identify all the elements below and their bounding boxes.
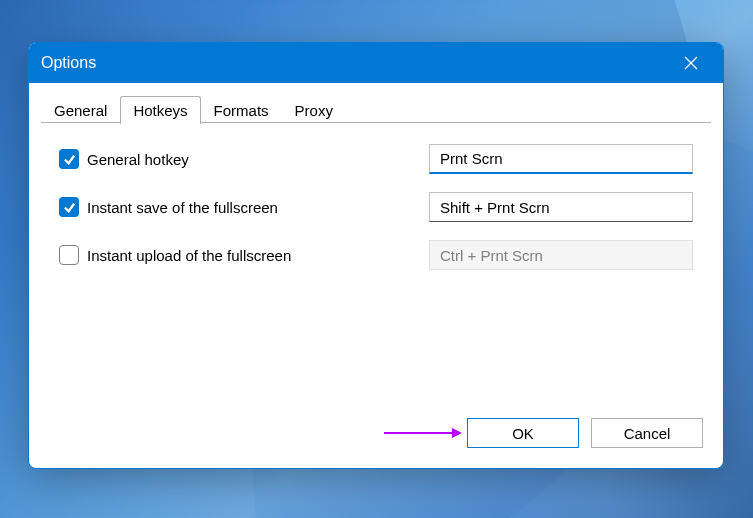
tab-proxy[interactable]: Proxy: [282, 96, 346, 124]
ok-button[interactable]: OK: [467, 418, 579, 448]
options-dialog: Options General Hotkeys Formats Proxy Ge…: [28, 42, 724, 469]
tab-strip: General Hotkeys Formats Proxy: [29, 83, 723, 123]
dialog-footer: OK Cancel: [29, 406, 723, 468]
hotkey-row: Instant save of the fullscreen: [59, 192, 693, 222]
tab-formats[interactable]: Formats: [201, 96, 282, 124]
titlebar[interactable]: Options: [29, 43, 723, 83]
hotkey-input-save[interactable]: [429, 192, 693, 222]
hotkey-row: General hotkey: [59, 144, 693, 174]
tab-general[interactable]: General: [41, 96, 120, 124]
tab-hotkeys[interactable]: Hotkeys: [120, 96, 200, 124]
checkbox-instant-save[interactable]: [59, 197, 79, 217]
hotkey-row: Instant upload of the fullscreen: [59, 240, 693, 270]
checkbox-instant-save-wrap[interactable]: Instant save of the fullscreen: [59, 197, 429, 217]
close-button[interactable]: [671, 43, 711, 83]
checkbox-general-hotkey-wrap[interactable]: General hotkey: [59, 149, 429, 169]
check-icon: [63, 153, 76, 166]
checkbox-label: Instant upload of the fullscreen: [87, 247, 291, 264]
svg-marker-3: [452, 428, 462, 438]
cancel-button[interactable]: Cancel: [591, 418, 703, 448]
check-icon: [63, 201, 76, 214]
close-icon: [684, 56, 698, 70]
checkbox-instant-upload[interactable]: [59, 245, 79, 265]
hotkey-input-general[interactable]: [429, 144, 693, 174]
tab-content: General hotkey Instant save of the fulls…: [29, 124, 723, 406]
hotkey-input-upload: [429, 240, 693, 270]
annotation-arrow-icon: [382, 426, 462, 440]
checkbox-label: Instant save of the fullscreen: [87, 199, 278, 216]
dialog-title: Options: [41, 54, 671, 72]
checkbox-instant-upload-wrap[interactable]: Instant upload of the fullscreen: [59, 245, 429, 265]
checkbox-general-hotkey[interactable]: [59, 149, 79, 169]
checkbox-label: General hotkey: [87, 151, 189, 168]
